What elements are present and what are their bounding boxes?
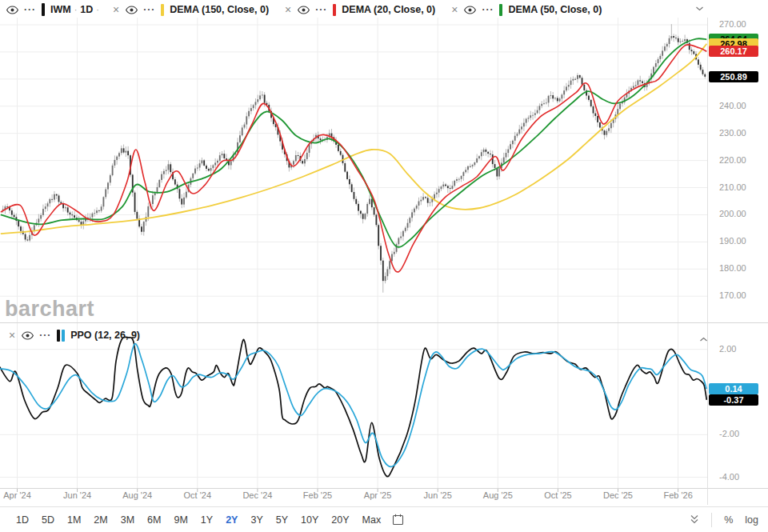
range-button-6m[interactable]: 6M <box>141 511 167 529</box>
indicator-label[interactable]: DEMA (50, Close, 0) <box>508 4 602 15</box>
price-badge: 250.89 <box>709 71 758 82</box>
x-axis-label: Apr '24 <box>3 490 31 500</box>
gridlines <box>0 18 707 492</box>
line-dema-150-close-0- <box>1 44 707 234</box>
x-axis-label: Dec '25 <box>603 490 633 500</box>
indicator-label[interactable]: DEMA (150, Close, 0) <box>170 4 269 15</box>
more-options-icon[interactable]: ··· <box>39 330 51 341</box>
line-ppo <box>0 337 706 476</box>
range-button-1m[interactable]: 1M <box>61 511 87 529</box>
interval-label[interactable]: 1D <box>80 4 93 15</box>
chart-root: ··· IWM · 1D · ×···DEMA (150, Close, 0)×… <box>0 0 768 532</box>
range-button-5d[interactable]: 5D <box>35 511 61 529</box>
x-axis-label: Feb '26 <box>663 490 692 500</box>
eye-icon[interactable] <box>298 6 310 14</box>
ppo-legend: × ··· PPO (12, 26, 9) <box>8 328 140 342</box>
watermark: barchart <box>5 297 94 322</box>
price-axis-label: 270.00 <box>719 19 746 29</box>
toolbar-right: % log <box>690 513 758 527</box>
toolbar-divider <box>711 513 712 527</box>
ppo-axis-label: 2.00 <box>719 344 736 354</box>
close-icon[interactable]: × <box>284 4 292 15</box>
price-axis-label: 210.00 <box>719 182 746 192</box>
indicator-color-chip <box>333 4 336 16</box>
symbol-label[interactable]: IWM <box>50 4 71 15</box>
x-axis-label: Apr '25 <box>364 490 392 500</box>
line-dema-50-close-0- <box>1 38 707 247</box>
log-scale-button[interactable]: log <box>745 514 758 526</box>
separator-dot: · <box>74 5 78 14</box>
toolbar: 1D5D1M2M3M6M9M1Y2Y3Y5Y10Y20YMax % log <box>0 506 768 532</box>
ppo-lines <box>0 337 706 476</box>
x-axis-label: Oct '25 <box>544 490 572 500</box>
x-axis-label: Dec '24 <box>242 490 272 500</box>
eye-icon[interactable] <box>126 6 138 14</box>
more-options-icon[interactable]: ··· <box>315 4 327 15</box>
indicator-legend-2: ×···DEMA (50, Close, 0) <box>450 4 602 16</box>
price-legend: ··· IWM · 1D · ×···DEMA (150, Close, 0)×… <box>6 2 602 17</box>
price-axis-label: 230.00 <box>719 128 746 138</box>
range-button-1y[interactable]: 1Y <box>194 511 219 529</box>
range-button-3m[interactable]: 3M <box>114 511 141 529</box>
range-button-10y[interactable]: 10Y <box>294 511 325 529</box>
range-button-max[interactable]: Max <box>356 511 388 529</box>
indicator-color-chip <box>499 4 502 16</box>
separator-dot: · <box>96 5 99 14</box>
ppo-badge: -0.37 <box>709 394 758 406</box>
chevron-down-icon[interactable] <box>695 1 704 15</box>
ppo-badge: 0.14 <box>709 383 758 394</box>
more-options-icon[interactable]: ··· <box>143 4 155 15</box>
x-axis-label: Aug '24 <box>122 490 152 500</box>
ppo-axis-label: -4.00 <box>719 472 739 482</box>
eye-icon[interactable] <box>464 6 476 14</box>
price-axis-label: 180.00 <box>719 263 746 273</box>
candles-layer <box>2 24 706 293</box>
x-axis-label: Jun '25 <box>424 490 452 500</box>
calendar-icon[interactable] <box>392 514 404 526</box>
range-button-1d[interactable]: 1D <box>10 511 35 529</box>
indicator-legend-0: ×···DEMA (150, Close, 0) <box>112 4 269 16</box>
range-button-9m[interactable]: 9M <box>167 511 194 529</box>
more-options-icon[interactable]: ··· <box>24 4 36 15</box>
range-button-20y[interactable]: 20Y <box>325 511 355 529</box>
more-options-icon[interactable]: ··· <box>482 4 494 15</box>
close-icon[interactable]: × <box>8 330 16 341</box>
ppo-label[interactable]: PPO (12, 26, 9) <box>70 330 140 341</box>
price-axis-label: 220.00 <box>719 155 746 165</box>
symbol-color-chip <box>42 3 45 16</box>
indicator-color-chip <box>161 4 164 16</box>
range-button-3y[interactable]: 3Y <box>244 511 269 529</box>
indicator-label[interactable]: DEMA (20, Close, 0) <box>342 4 435 15</box>
chevron-up-icon[interactable] <box>699 331 708 346</box>
percent-scale-button[interactable]: % <box>724 514 733 526</box>
price-axis-label: 190.00 <box>719 236 746 246</box>
x-axis-label: Aug '25 <box>483 490 513 500</box>
chart-canvas[interactable] <box>0 0 768 506</box>
price-axis-label: 240.00 <box>719 101 746 110</box>
ppo-signal-chip <box>62 330 65 342</box>
x-axis-label: Oct '24 <box>184 490 212 500</box>
eye-icon[interactable] <box>6 6 18 14</box>
range-button-2m[interactable]: 2M <box>87 511 114 529</box>
dema-lines <box>1 38 707 272</box>
x-axis-label: Feb '25 <box>303 490 332 500</box>
close-icon[interactable]: × <box>112 4 120 15</box>
close-icon[interactable]: × <box>450 4 458 15</box>
price-axis-label: 200.00 <box>719 209 746 218</box>
ppo-axis-label: -2.00 <box>719 429 739 438</box>
range-button-5y[interactable]: 5Y <box>270 511 294 529</box>
price-axis-label: 170.00 <box>719 290 746 300</box>
line-signal <box>0 344 706 467</box>
x-axis-label: Jun '24 <box>63 490 91 500</box>
ppo-color-chips <box>57 330 65 342</box>
eye-icon[interactable] <box>22 331 34 340</box>
range-button-2y[interactable]: 2Y <box>219 511 244 529</box>
indicator-legend-1: ×···DEMA (20, Close, 0) <box>284 4 435 16</box>
price-badge: 260.17 <box>709 46 758 57</box>
ppo-line-chip <box>57 330 60 342</box>
range-button-group: 1D5D1M2M3M6M9M1Y2Y3Y5Y10Y20YMax <box>10 511 387 529</box>
collapse-toolbar-icon[interactable] <box>690 514 699 525</box>
